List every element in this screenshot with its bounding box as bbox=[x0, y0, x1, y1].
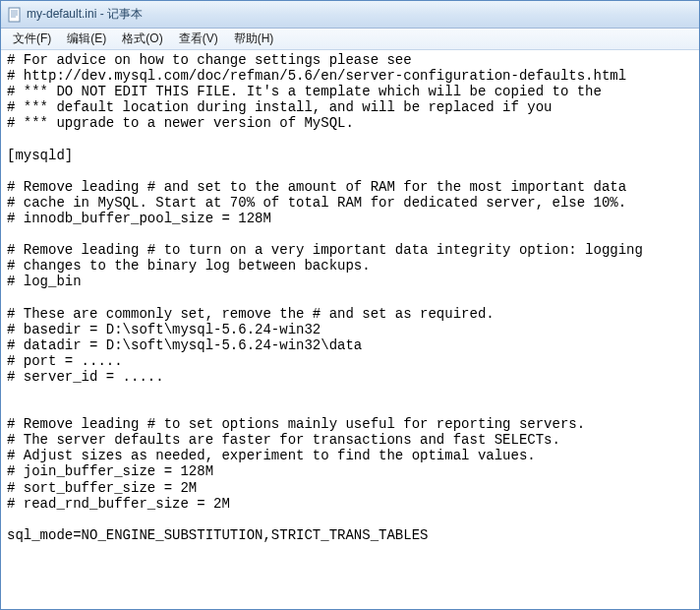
notepad-icon bbox=[7, 7, 23, 23]
menu-help[interactable]: 帮助(H) bbox=[226, 29, 282, 49]
menu-bar: 文件(F) 编辑(E) 格式(O) 查看(V) 帮助(H) bbox=[1, 29, 699, 50]
menu-edit[interactable]: 编辑(E) bbox=[59, 29, 114, 49]
window-title: my-default.ini - 记事本 bbox=[27, 6, 143, 23]
menu-format[interactable]: 格式(O) bbox=[114, 29, 170, 49]
menu-view[interactable]: 查看(V) bbox=[171, 29, 226, 49]
menu-file[interactable]: 文件(F) bbox=[5, 29, 59, 49]
title-bar: my-default.ini - 记事本 bbox=[1, 1, 699, 29]
text-editor-area[interactable]: # For advice on how to change settings p… bbox=[1, 50, 699, 609]
